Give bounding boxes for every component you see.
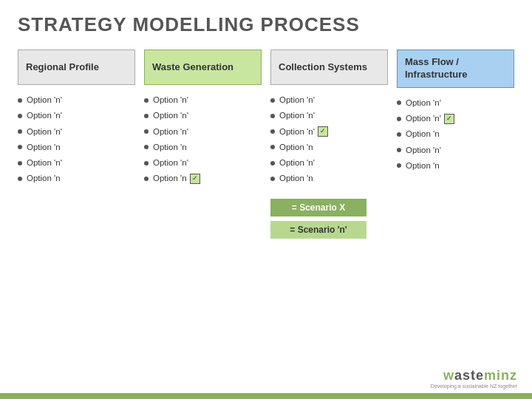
col-body-mass-flow: Option 'n'Option 'n'Option 'nOption 'n'O… [397, 95, 514, 174]
column-mass-flow: Mass Flow / InfrastructureOption 'n'Opti… [397, 50, 514, 390]
bullet-icon [18, 161, 22, 166]
option-text: Option 'n' [406, 112, 441, 125]
main-area: Regional ProfileOption 'n'Option 'n'Opti… [18, 50, 514, 390]
option-text: Option 'n' [153, 94, 188, 106]
col-body-waste-generation: Option 'n'Option 'n'Option 'n'Option 'nO… [144, 92, 262, 187]
column-waste-generation: Waste GenerationOption 'n'Option 'n'Opti… [144, 50, 262, 390]
list-item: Option 'n [18, 140, 135, 155]
option-text: Option 'n' [27, 157, 62, 169]
col-header-waste-generation: Waste Generation [144, 50, 262, 85]
scenario-area: = Scenario X= Scenario 'n' [270, 199, 388, 239]
bullet-icon [397, 132, 401, 137]
option-text: Option 'n' [153, 157, 188, 169]
column-regional-profile: Regional ProfileOption 'n'Option 'n'Opti… [18, 50, 135, 390]
list-item: Option 'n' [144, 155, 262, 171]
list-item: Option 'n [144, 171, 262, 186]
bullet-icon [144, 177, 149, 181]
list-item: Option 'n' [18, 92, 135, 108]
logo-subtitle: Developing a sustainable NZ together [431, 383, 517, 389]
option-text: Option 'n' [27, 109, 62, 122]
option-text: Option 'n' [279, 126, 315, 138]
list-item: Option 'n' [270, 92, 388, 108]
col-body-regional-profile: Option 'n'Option 'n'Option 'n'Option 'nO… [18, 92, 135, 187]
col-header-regional-profile: Regional Profile [18, 50, 135, 85]
bullet-icon [270, 129, 275, 134]
option-text: Option 'n' [279, 109, 315, 122]
list-item: Option 'n' [397, 111, 514, 126]
column-collection-systems: Collection SystemsOption 'n'Option 'n'Op… [270, 50, 388, 390]
bullet-icon [18, 114, 22, 118]
list-item: Option 'n' [18, 155, 135, 171]
bullet-icon [144, 98, 149, 103]
scenario-badge-1: = Scenario 'n' [270, 221, 366, 239]
list-item: Option 'n [270, 140, 388, 155]
checkbox-icon[interactable] [190, 174, 200, 184]
option-text: Option 'n [279, 141, 313, 154]
bullet-icon [144, 145, 149, 149]
list-item: Option 'n' [18, 124, 135, 140]
list-item: Option 'n' [270, 108, 388, 123]
page-title: STRATEGY MODELLING PROCESS [18, 13, 514, 36]
bullet-icon [270, 161, 275, 166]
list-item: Option 'n [397, 126, 514, 142]
bullet-icon [18, 98, 22, 103]
bullet-icon [144, 129, 149, 134]
bullet-icon [144, 114, 149, 118]
col-header-mass-flow: Mass Flow / Infrastructure [397, 50, 514, 88]
option-text: Option 'n' [279, 94, 315, 106]
bullet-icon [397, 148, 401, 152]
list-item: Option 'n' [18, 108, 135, 123]
bullet-icon [18, 177, 22, 181]
list-item: Option 'n [270, 171, 388, 186]
option-text: Option 'n [27, 172, 61, 185]
option-text: Option 'n [279, 172, 313, 185]
checkbox-icon[interactable] [318, 126, 328, 137]
bullet-icon [270, 98, 275, 103]
bullet-icon [270, 114, 275, 118]
list-item: Option 'n' [144, 92, 262, 108]
list-item: Option 'n' [270, 155, 388, 171]
option-text: Option 'n' [153, 126, 188, 138]
bullet-icon [18, 129, 22, 134]
bullet-icon [397, 100, 401, 105]
option-text: Option 'n' [406, 97, 441, 109]
scenario-badge-0: = Scenario X [270, 199, 366, 216]
bullet-icon [18, 145, 22, 149]
logo-area: wasteminz Developing a sustainable NZ to… [431, 368, 517, 389]
bullet-icon [270, 177, 275, 181]
list-item: Option 'n [18, 171, 135, 186]
col-body-collection-systems: Option 'n'Option 'n'Option 'n'Option 'nO… [270, 92, 388, 187]
list-item: Option 'n' [270, 124, 388, 140]
list-item: Option 'n [144, 140, 262, 155]
option-text: Option 'n' [27, 126, 62, 138]
option-text: Option 'n [27, 141, 61, 154]
list-item: Option 'n' [144, 108, 262, 123]
option-text: Option 'n' [279, 157, 315, 169]
option-text: Option 'n' [153, 109, 188, 122]
col-header-collection-systems: Collection Systems [270, 50, 388, 85]
list-item: Option 'n [397, 158, 514, 174]
checkbox-icon[interactable] [444, 114, 454, 124]
logo-text: wasteminz [443, 368, 517, 383]
page: STRATEGY MODELLING PROCESS Regional Prof… [0, 0, 532, 399]
option-text: Option 'n [153, 141, 187, 154]
bullet-icon [144, 161, 149, 166]
bullet-icon [397, 163, 401, 168]
option-text: Option 'n [406, 160, 440, 172]
bullet-icon [270, 145, 275, 149]
bottom-bar [0, 393, 532, 399]
bullet-icon [397, 117, 401, 121]
list-item: Option 'n' [397, 95, 514, 111]
list-item: Option 'n' [397, 143, 514, 158]
option-text: Option 'n' [27, 94, 62, 106]
option-text: Option 'n' [406, 144, 441, 157]
option-text: Option 'n [406, 128, 440, 140]
option-text: Option 'n [153, 172, 187, 185]
list-item: Option 'n' [144, 124, 262, 140]
